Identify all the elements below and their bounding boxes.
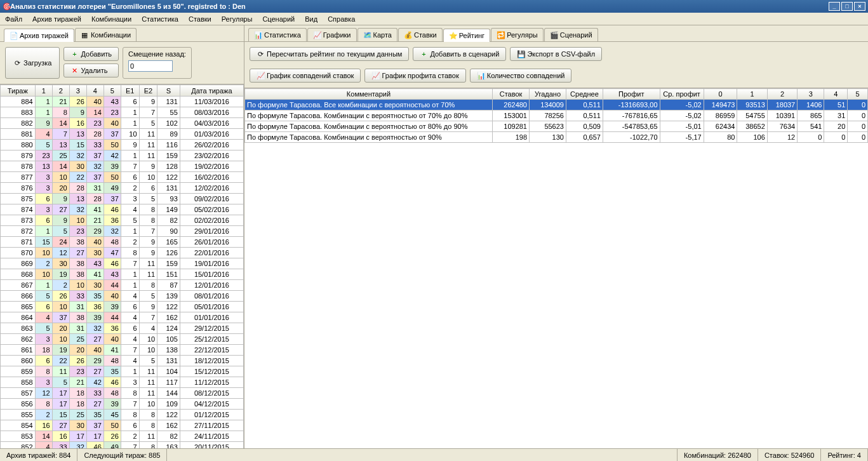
tab-Карта[interactable]: 🗺️Карта bbox=[357, 28, 397, 41]
menu-Файл[interactable]: Файл bbox=[3, 14, 25, 24]
col-header[interactable]: 2 bbox=[767, 89, 797, 100]
col-header[interactable]: Ср. профит bbox=[660, 89, 704, 100]
graph-matches-button[interactable]: 📈График совпадений ставок bbox=[250, 69, 361, 83]
refresh-icon: ⟳ bbox=[257, 50, 264, 58]
table-row[interactable]: 8656103136396912205/01/2016 bbox=[1, 302, 244, 312]
rating-table[interactable]: КомментарийСтавокУгаданоСреднееПрофитСр.… bbox=[244, 88, 868, 448]
col-header[interactable]: Угадано bbox=[530, 89, 566, 100]
table-row[interactable]: 87731022375061012216/02/2016 bbox=[1, 172, 244, 183]
tab-combinations[interactable]: ▦Комбинации bbox=[75, 28, 137, 41]
minimize-button[interactable]: _ bbox=[829, 2, 840, 11]
tab-Графики[interactable]: 📈Графики bbox=[307, 28, 357, 41]
table-row[interactable]: 86712103044188712/01/2016 bbox=[1, 280, 244, 291]
offset-input[interactable] bbox=[128, 60, 173, 72]
col-header[interactable]: 4 bbox=[86, 85, 103, 97]
export-button[interactable]: 💾Экспорт в CSV-файл bbox=[510, 47, 602, 61]
col-header[interactable]: Комментарий bbox=[245, 89, 493, 100]
table-row[interactable]: 8552152535458812201/12/2015 bbox=[1, 410, 244, 420]
table-row[interactable]: 87215232932179029/01/2016 bbox=[1, 226, 244, 237]
table-row[interactable]: 86923038434671115919/01/2016 bbox=[1, 258, 244, 269]
menu-Ставки[interactable]: Ставки bbox=[186, 14, 214, 24]
table-row[interactable]: 857121718334881114408/12/2015 bbox=[1, 388, 244, 399]
table-row[interactable]: 8606222629484513118/12/2015 bbox=[1, 356, 244, 366]
table-row[interactable]: 8583521424631111711/12/2015 bbox=[1, 377, 244, 388]
col-header[interactable]: Среднее bbox=[566, 89, 603, 100]
table-row[interactable]: 87115243840482916526/01/2016 bbox=[1, 237, 244, 248]
tab-Статистика[interactable]: 📊Статистика bbox=[248, 28, 307, 41]
col-header[interactable]: E1 bbox=[121, 85, 139, 97]
menu-Сценарий[interactable]: Сценарий bbox=[260, 14, 297, 24]
table-row[interactable]: 879232532374211115923/02/2016 bbox=[1, 150, 244, 161]
tab-icon: 🗺️ bbox=[363, 31, 371, 39]
col-header[interactable]: 3 bbox=[798, 89, 824, 100]
table-row[interactable]: По формуле Тарасова. Комбинации с вероят… bbox=[245, 121, 868, 132]
table-row[interactable]: 85681718273971010904/12/2015 bbox=[1, 399, 244, 410]
menu-Архив тиражей[interactable]: Архив тиражей bbox=[30, 14, 84, 24]
table-row[interactable]: 87569132837359309/02/2016 bbox=[1, 194, 244, 204]
col-header[interactable]: 2 bbox=[52, 85, 69, 97]
table-row[interactable]: 8635203132366412429/12/2015 bbox=[1, 323, 244, 334]
tab-archive[interactable]: 📄Архив тиражей bbox=[4, 29, 74, 42]
table-row[interactable]: 85416273037506816227/11/2015 bbox=[1, 420, 244, 431]
menu-Статистика[interactable]: Статистика bbox=[139, 14, 181, 24]
col-header[interactable]: 1 bbox=[35, 85, 52, 97]
add-scenario-button[interactable]: +Добавить в сценарий bbox=[413, 47, 506, 61]
table-row[interactable]: 87010122730478912622/01/2016 bbox=[1, 248, 244, 258]
col-header[interactable]: S bbox=[157, 85, 180, 97]
menu-Регуляры[interactable]: Регуляры bbox=[219, 14, 255, 24]
table-row[interactable]: 8831891423175508/03/2016 bbox=[1, 107, 244, 118]
col-header[interactable]: 3 bbox=[69, 85, 86, 97]
table-row[interactable]: 8665263335404513908/01/2016 bbox=[1, 291, 244, 302]
col-header[interactable]: 4 bbox=[824, 89, 848, 100]
col-header[interactable]: 5 bbox=[848, 89, 868, 100]
window-controls: _ □ × bbox=[829, 2, 865, 11]
app-icon: 🎯 bbox=[3, 3, 10, 10]
save-icon: 💾 bbox=[517, 50, 524, 58]
table-row[interactable]: 868101938414311115115/01/2016 bbox=[1, 269, 244, 280]
draws-table[interactable]: Тираж12345E1E2SДата тиража88412126404369… bbox=[0, 84, 244, 448]
count-matches-button[interactable]: 📊Количество совпадений bbox=[470, 69, 572, 83]
col-header[interactable]: Дата тиража bbox=[180, 85, 243, 97]
table-row[interactable]: По формуле Тарасова. Комбинации с вероят… bbox=[245, 132, 868, 143]
tab-Ставки[interactable]: 💰Ставки bbox=[398, 28, 443, 41]
table-row[interactable]: 8814713283710118901/03/2016 bbox=[1, 129, 244, 140]
add-button[interactable]: +Добавить bbox=[63, 47, 119, 61]
table-row[interactable]: 85314161717262118224/11/2015 bbox=[1, 431, 244, 442]
table-row[interactable]: 8841212640436913111/03/2016 bbox=[1, 97, 244, 107]
delete-button[interactable]: ✕Удалить bbox=[63, 63, 119, 77]
table-row[interactable]: 87813143032397912819/02/2016 bbox=[1, 161, 244, 172]
table-row[interactable]: 8644373839444716201/01/2016 bbox=[1, 312, 244, 323]
load-button[interactable]: ⟳Загрузка bbox=[5, 47, 60, 79]
tab-Сценарий[interactable]: 🎬Сценарий bbox=[544, 28, 598, 41]
col-header[interactable]: E2 bbox=[139, 85, 157, 97]
menu-Справка[interactable]: Справка bbox=[325, 14, 357, 24]
table-row[interactable]: По формуле Тарасова. Все комбинации с ве… bbox=[245, 100, 868, 110]
right-panel: 📊Статистика📈Графики🗺️Карта💰Ставки⭐Рейтин… bbox=[244, 25, 868, 448]
tab-Рейтинг[interactable]: ⭐Рейтинг bbox=[443, 29, 490, 42]
col-header[interactable]: Ставок bbox=[493, 89, 530, 100]
table-row[interactable]: По формуле Тарасова. Комбинации с вероят… bbox=[245, 110, 868, 121]
col-header[interactable]: 5 bbox=[103, 85, 121, 97]
graph-profit-button[interactable]: 📈График профита ставок bbox=[364, 69, 465, 83]
chart-icon: 📊 bbox=[477, 72, 484, 79]
menu-Комбинации[interactable]: Комбинации bbox=[89, 14, 134, 24]
recalc-button[interactable]: ⟳Пересчитать рейтинг по текущим данным bbox=[250, 47, 409, 61]
table-row[interactable]: 8829141623401510204/03/2016 bbox=[1, 118, 244, 129]
col-header[interactable]: 1 bbox=[737, 89, 767, 100]
col-header[interactable]: 0 bbox=[704, 89, 737, 100]
col-header[interactable]: Тираж bbox=[1, 85, 36, 97]
table-row[interactable]: 8743273241464814905/02/2016 bbox=[1, 204, 244, 215]
maximize-button[interactable]: □ bbox=[841, 2, 853, 11]
menu-Вид[interactable]: Вид bbox=[302, 14, 320, 24]
table-row[interactable]: 861181920404171013822/12/2015 bbox=[1, 345, 244, 356]
tab-Регуляры[interactable]: 🔁Регуляры bbox=[491, 28, 544, 41]
tab-icon: ⭐ bbox=[449, 32, 457, 39]
table-row[interactable]: 85981123273511110415/12/2015 bbox=[1, 366, 244, 377]
col-header[interactable]: Профит bbox=[603, 89, 660, 100]
table-row[interactable]: 87369102136588202/02/2016 bbox=[1, 215, 244, 226]
table-row[interactable]: 88051315335091111626/02/2016 bbox=[1, 140, 244, 150]
table-row[interactable]: 8524333246497816320/11/2015 bbox=[1, 442, 244, 449]
close-button[interactable]: × bbox=[854, 2, 865, 11]
table-row[interactable]: 8763202831492613112/02/2016 bbox=[1, 183, 244, 194]
table-row[interactable]: 86231025274041010525/12/2015 bbox=[1, 334, 244, 345]
